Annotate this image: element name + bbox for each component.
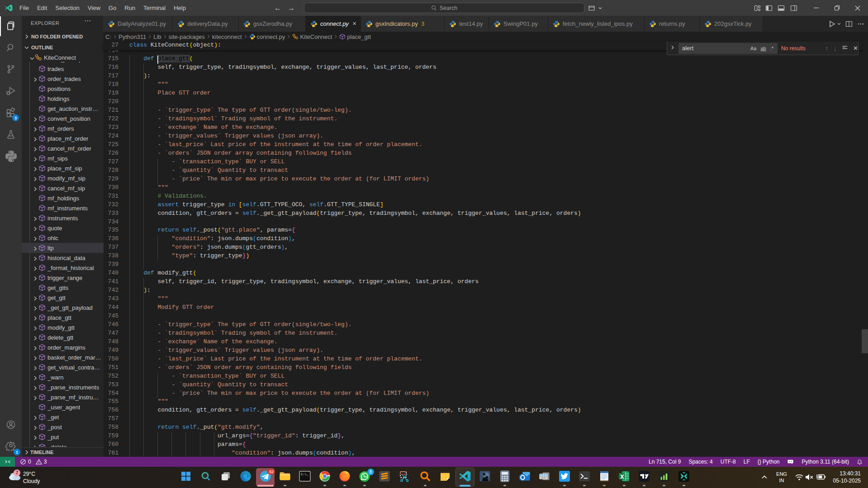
svg-text:C:\_: C:\_ <box>301 473 309 476</box>
